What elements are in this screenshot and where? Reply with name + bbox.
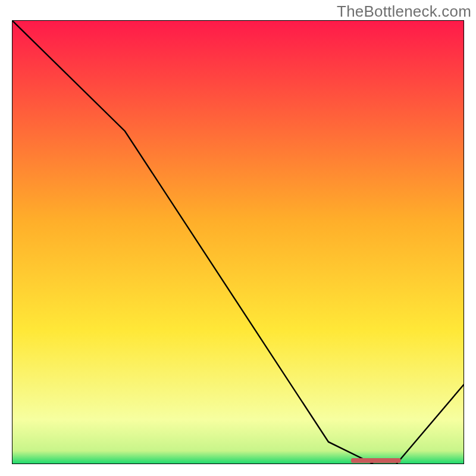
plot-area [12,20,464,464]
plot-svg [12,20,464,464]
optimal-range-marker [351,458,401,463]
chart-canvas: TheBottleneck.com [0,0,476,476]
watermark-label: TheBottleneck.com [337,2,471,21]
